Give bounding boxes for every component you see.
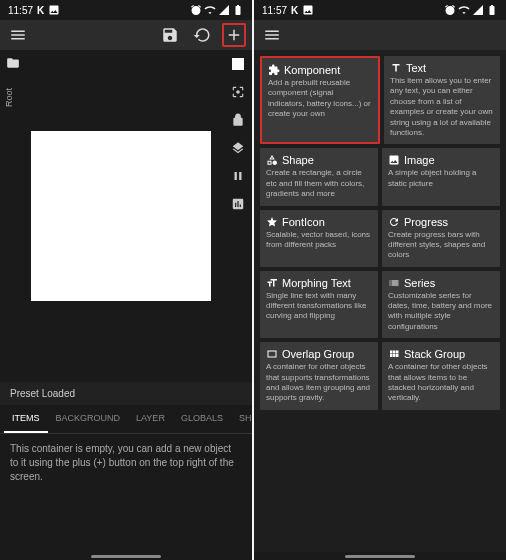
- picture-icon: [388, 154, 400, 166]
- morphing-icon: [266, 277, 278, 289]
- card-shape[interactable]: Shape Create a rectangle, a circle etc a…: [260, 148, 378, 205]
- stack-icon: [388, 348, 400, 360]
- card-desc: Add a prebuilt reusable component (signa…: [268, 78, 372, 120]
- text-icon: [390, 62, 402, 74]
- status-time-2: 11:57: [262, 5, 287, 16]
- wifi-icon-2: [458, 4, 470, 16]
- card-title: Text: [406, 62, 426, 74]
- hamburger-icon-2: [263, 26, 281, 44]
- card-title: Image: [404, 154, 435, 166]
- image-icon-2: [302, 4, 314, 16]
- menu-button-2[interactable]: [260, 23, 284, 47]
- card-title: Series: [404, 277, 435, 289]
- card-title: Progress: [404, 216, 448, 228]
- card-desc: Single line text with many different tra…: [266, 291, 372, 322]
- tab-background[interactable]: BACKGROUND: [48, 405, 129, 433]
- card-text[interactable]: Text This item allows you to enter any t…: [384, 56, 500, 144]
- app-bar: [0, 20, 252, 50]
- status-icon-k-2: K: [291, 5, 298, 16]
- card-series[interactable]: Series Customizable series for dates, ti…: [382, 271, 500, 339]
- battery-icon-2: [486, 4, 498, 16]
- root-label[interactable]: Root: [2, 80, 16, 115]
- tool-pause[interactable]: [228, 166, 248, 186]
- card-title: Morphing Text: [282, 277, 351, 289]
- card-desc: A simple object holding a static picture: [388, 168, 494, 189]
- card-desc: This item allows you to enter any text, …: [390, 76, 494, 138]
- status-bar-2: 11:57 K: [254, 0, 506, 20]
- card-image[interactable]: Image A simple object holding a static p…: [382, 148, 500, 205]
- signal-icon-2: [472, 4, 484, 16]
- card-title: Stack Group: [404, 348, 465, 360]
- card-desc: Create progress bars with different styl…: [388, 230, 494, 261]
- refresh-icon: [388, 216, 400, 228]
- tool-lock[interactable]: [228, 110, 248, 130]
- card-overlap[interactable]: Overlap Group A container for other obje…: [260, 342, 378, 410]
- tool-stats[interactable]: [228, 194, 248, 214]
- tab-items[interactable]: ITEMS: [4, 405, 48, 433]
- shape-icon: [266, 154, 278, 166]
- status-time: 11:57: [8, 5, 33, 16]
- card-title: Shape: [282, 154, 314, 166]
- overlap-icon: [266, 348, 278, 360]
- card-desc: Customizable series for dates, time, bat…: [388, 291, 494, 333]
- nav-handle-2[interactable]: [345, 555, 415, 558]
- star-icon: [266, 216, 278, 228]
- puzzle-icon: [268, 64, 280, 76]
- alarm-icon: [190, 4, 202, 16]
- tool-layers[interactable]: [228, 138, 248, 158]
- status-icon-k: K: [37, 5, 44, 16]
- editor-body: Root: [0, 50, 252, 382]
- card-desc: Scalable, vector based, icons from diffe…: [266, 230, 372, 251]
- bottom-panel: Preset Loaded ITEMS BACKGROUND LAYER GLO…: [0, 382, 252, 552]
- list-icon: [388, 277, 400, 289]
- nav-handle[interactable]: [91, 555, 161, 558]
- status-bar: 11:57 K: [0, 0, 252, 20]
- nav-bar-2: [254, 552, 506, 560]
- tab-layer[interactable]: LAYER: [128, 405, 173, 433]
- tabs: ITEMS BACKGROUND LAYER GLOBALS SHORTCU: [0, 405, 252, 434]
- tool-square[interactable]: [228, 54, 248, 74]
- card-morphing[interactable]: Morphing Text Single line text with many…: [260, 271, 378, 339]
- save-icon: [161, 26, 179, 44]
- card-title: Overlap Group: [282, 348, 354, 360]
- save-button[interactable]: [158, 23, 182, 47]
- card-progress[interactable]: Progress Create progress bars with diffe…: [382, 210, 500, 267]
- right-screen: 11:57 K Komponent Add a prebuilt reusabl…: [254, 0, 506, 560]
- menu-button[interactable]: [6, 23, 30, 47]
- canvas-area: [20, 50, 222, 382]
- tool-focus[interactable]: [228, 82, 248, 102]
- add-button[interactable]: [222, 23, 246, 47]
- preset-loaded-label: Preset Loaded: [0, 382, 252, 405]
- battery-icon: [232, 4, 244, 16]
- card-desc: A container for other objects that suppo…: [266, 362, 372, 404]
- card-komponent[interactable]: Komponent Add a prebuilt reusable compon…: [260, 56, 380, 144]
- tool-column: [228, 54, 248, 214]
- app-bar-2: [254, 20, 506, 50]
- history-icon: [193, 26, 211, 44]
- tab-globals[interactable]: GLOBALS: [173, 405, 231, 433]
- signal-icon: [218, 4, 230, 16]
- card-stack[interactable]: Stack Group A container for other object…: [382, 342, 500, 410]
- wifi-icon: [204, 4, 216, 16]
- undo-button[interactable]: [190, 23, 214, 47]
- card-title: Komponent: [284, 64, 340, 76]
- card-desc: A container for other objects that allow…: [388, 362, 494, 404]
- canvas[interactable]: [31, 131, 211, 301]
- tab-shortcuts[interactable]: SHORTCU: [231, 405, 252, 433]
- alarm-icon-2: [444, 4, 456, 16]
- empty-message: This container is empty, you can add a n…: [0, 434, 252, 492]
- card-desc: Create a rectangle, a circle etc and fil…: [266, 168, 372, 199]
- component-picker: Komponent Add a prebuilt reusable compon…: [254, 50, 506, 552]
- left-screen: 11:57 K: [0, 0, 252, 560]
- card-fonticon[interactable]: FontIcon Scalable, vector based, icons f…: [260, 210, 378, 267]
- hamburger-icon: [9, 26, 27, 44]
- image-icon: [48, 4, 60, 16]
- plus-icon: [225, 26, 243, 44]
- folder-icon[interactable]: [6, 56, 20, 74]
- card-title: FontIcon: [282, 216, 325, 228]
- nav-bar: [0, 552, 252, 560]
